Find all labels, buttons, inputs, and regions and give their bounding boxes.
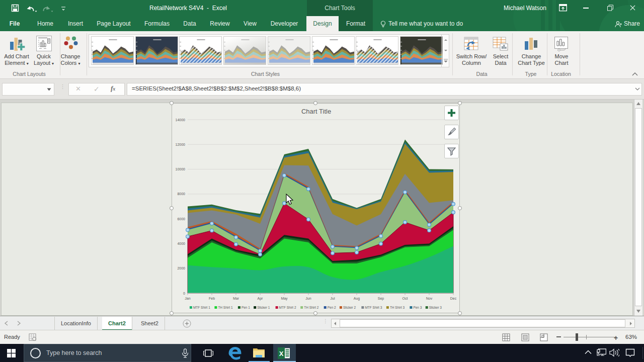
svg-text:MTF Shirt 1: MTF Shirt 1: [193, 306, 210, 309]
svg-text:Pen 2: Pen 2: [328, 306, 336, 309]
svg-text:10000: 10000: [176, 167, 186, 171]
svg-text:12000: 12000: [176, 143, 186, 146]
svg-text:Sticker 3: Sticker 3: [429, 306, 442, 309]
svg-text:Sep: Sep: [378, 297, 384, 301]
svg-text:Sticker 1: Sticker 1: [257, 306, 270, 309]
svg-text:0: 0: [183, 292, 185, 295]
svg-text:Feb: Feb: [209, 297, 215, 300]
svg-text:Oct: Oct: [403, 297, 408, 300]
svg-text:8000: 8000: [177, 192, 185, 196]
svg-text:Nov: Nov: [426, 297, 433, 300]
svg-text:Pen 3: Pen 3: [413, 306, 422, 309]
svg-text:14000: 14000: [176, 118, 186, 122]
svg-text:Mar: Mar: [233, 297, 239, 300]
svg-text:X: X: [279, 350, 284, 357]
svg-text:Pen 1: Pen 1: [242, 306, 250, 309]
svg-text:May: May: [281, 297, 288, 301]
svg-text:2000: 2000: [177, 266, 185, 270]
svg-text:Apr: Apr: [258, 297, 264, 301]
svg-text:TH Shirt 2: TH Shirt 2: [304, 306, 319, 309]
svg-text:TH Shirt 3: TH Shirt 3: [390, 306, 405, 309]
svg-text:MTF Shirt 2: MTF Shirt 2: [279, 306, 296, 309]
svg-text:Jun: Jun: [305, 297, 311, 300]
svg-text:6000: 6000: [177, 217, 185, 221]
svg-text:Jul: Jul: [331, 297, 335, 300]
svg-text:MTF Shirt 3: MTF Shirt 3: [365, 306, 382, 309]
svg-text:TH Shirt 1: TH Shirt 1: [218, 306, 233, 309]
svg-text:Aug: Aug: [354, 297, 360, 301]
svg-text:Sticker 2: Sticker 2: [343, 306, 356, 309]
svg-text:4000: 4000: [177, 242, 185, 245]
svg-text:Jan: Jan: [185, 297, 190, 300]
svg-text:Dec: Dec: [450, 297, 457, 300]
